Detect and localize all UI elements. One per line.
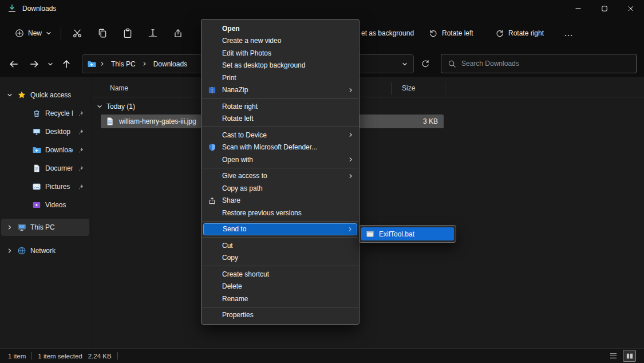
menu-item-edit-with-photos[interactable]: Edit with Photos — [202, 47, 359, 60]
chevron-right-icon — [142, 61, 147, 66]
documents-icon — [32, 164, 41, 173]
paste-button[interactable] — [115, 22, 140, 44]
rotate-left-icon — [429, 29, 438, 38]
menu-item-print[interactable]: Print — [202, 72, 359, 84]
forward-button[interactable] — [25, 54, 44, 73]
menu-separator — [202, 307, 358, 307]
menu-item-open[interactable]: Open — [202, 22, 359, 35]
downloads-app-icon — [7, 4, 17, 13]
sidebar-item-pictures[interactable]: Pictures — [1, 178, 89, 195]
menu-item-create-a-new-video[interactable]: Create a new video — [202, 35, 359, 48]
set-as-background-button[interactable]: et as background — [361, 23, 414, 44]
menu-item-give-access-to[interactable]: Give access to — [202, 170, 359, 183]
sidebar-item-downloads[interactable]: Downloads — [1, 141, 89, 159]
toolbar-separator — [61, 27, 61, 40]
column-header-divider — [92, 97, 644, 97]
chevron-down-icon — [6, 92, 13, 98]
up-button[interactable] — [57, 54, 76, 73]
sidebar-item-label: This PC — [30, 223, 55, 231]
sidebar-item-desktop[interactable]: Desktop — [1, 123, 89, 140]
submenu-item-exiftool[interactable]: ExifTool.bat — [361, 227, 454, 240]
column-header-size[interactable]: Size — [402, 84, 415, 92]
new-button-label: New — [28, 29, 42, 37]
pictures-icon — [32, 182, 41, 191]
recent-locations-chevron[interactable] — [45, 54, 56, 73]
ellipsis-icon: … — [564, 28, 574, 38]
share-button[interactable] — [165, 22, 191, 44]
this-pc-icon — [17, 223, 26, 232]
breadcrumb-this-pc[interactable]: This PC — [108, 58, 139, 70]
menu-separator — [202, 221, 358, 222]
menu-item-cut[interactable]: Cut — [202, 239, 359, 252]
pin-icon — [77, 147, 84, 154]
search-icon — [448, 60, 456, 68]
sidebar-item-network[interactable]: Network — [1, 242, 89, 259]
rotate-right-button[interactable]: Rotate right — [495, 23, 544, 44]
pin-icon — [77, 128, 84, 136]
menu-item-rotate-right[interactable]: Rotate right — [202, 100, 359, 113]
address-dropdown-chevron[interactable] — [402, 61, 409, 67]
defender-shield-icon — [207, 143, 216, 152]
caption-buttons — [565, 0, 644, 17]
sidebar-item-label: Downloads — [45, 146, 73, 154]
recycle-bin-icon — [32, 109, 41, 118]
status-bar: 1 item 1 item selected 2.24 KB — [0, 348, 644, 363]
sidebar-item-recycle-bin[interactable]: Recycle Bin — [1, 105, 89, 122]
sidebar-item-label: Network — [30, 247, 56, 255]
menu-item-cast-to-device[interactable]: Cast to Device — [202, 129, 359, 141]
scissors-icon — [72, 28, 82, 38]
nanazip-icon — [207, 85, 216, 94]
menu-item-delete[interactable]: Delete — [202, 281, 359, 293]
menu-item-open-with[interactable]: Open with — [202, 153, 359, 166]
breadcrumb-downloads[interactable]: Downloads — [151, 58, 190, 70]
copy-button[interactable] — [90, 22, 115, 44]
menu-item-copy-as-path[interactable]: Copy as path — [202, 182, 359, 195]
menu-item-send-to[interactable]: Send to — [203, 223, 357, 236]
search-input[interactable] — [461, 60, 630, 68]
back-button[interactable] — [5, 54, 23, 73]
column-header-name[interactable]: Name — [110, 84, 128, 92]
menu-item-share[interactable]: Share — [202, 195, 359, 207]
menu-item-restore-previous-versions[interactable]: Restore previous versions — [202, 207, 359, 219]
column-separator[interactable] — [445, 82, 445, 95]
sidebar-divider — [92, 77, 92, 348]
sidebar-item-documents[interactable]: Documents — [1, 160, 89, 177]
menu-item-rename[interactable]: Rename — [202, 293, 359, 305]
rotate-left-label: Rotate left — [442, 29, 473, 37]
details-view-button[interactable] — [607, 350, 620, 362]
group-header-today[interactable]: Today (1) — [97, 101, 135, 112]
menu-item-properties[interactable]: Properties — [202, 309, 359, 322]
refresh-button[interactable] — [416, 54, 434, 73]
thumbnail-view-button[interactable] — [623, 350, 636, 362]
minimize-button[interactable] — [565, 0, 591, 17]
sidebar-item-this-pc[interactable]: This PC — [1, 219, 89, 236]
item-count: 1 item — [8, 353, 26, 360]
cut-button[interactable] — [65, 22, 90, 44]
rotate-left-button[interactable]: Rotate left — [429, 23, 473, 44]
menu-item-rotate-left[interactable]: Rotate left — [202, 113, 359, 125]
chevron-right-icon — [6, 224, 13, 230]
menu-item-scan-with-defender[interactable]: Scan with Microsoft Defender... — [202, 141, 359, 154]
file-explorer-window: Downloads New — [0, 0, 644, 363]
more-options-button[interactable]: … — [564, 23, 574, 44]
menu-item-set-as-desktop-background[interactable]: Set as desktop background — [202, 60, 359, 72]
paste-icon — [123, 28, 133, 38]
view-toggles — [607, 350, 636, 362]
rename-button[interactable] — [140, 22, 165, 44]
maximize-button[interactable] — [591, 0, 618, 17]
batch-file-icon — [366, 230, 374, 238]
context-menu: Open Create a new video Edit with Photos… — [201, 19, 359, 325]
menu-item-create-shortcut[interactable]: Create shortcut — [202, 268, 359, 281]
menu-item-nanazip[interactable]: NanaZip — [202, 84, 359, 97]
new-button[interactable]: New — [9, 24, 57, 42]
menu-item-copy[interactable]: Copy — [202, 252, 359, 265]
sidebar-item-videos[interactable]: Videos — [1, 196, 89, 214]
window-title: Downloads — [22, 5, 56, 13]
search-box[interactable] — [441, 54, 637, 73]
desktop-icon — [32, 127, 41, 136]
image-file-icon — [105, 117, 114, 126]
submenu-arrow-icon — [348, 173, 353, 179]
close-button[interactable] — [618, 0, 644, 17]
column-separator[interactable] — [391, 82, 392, 95]
sidebar-item-quick-access[interactable]: Quick access — [1, 86, 89, 104]
